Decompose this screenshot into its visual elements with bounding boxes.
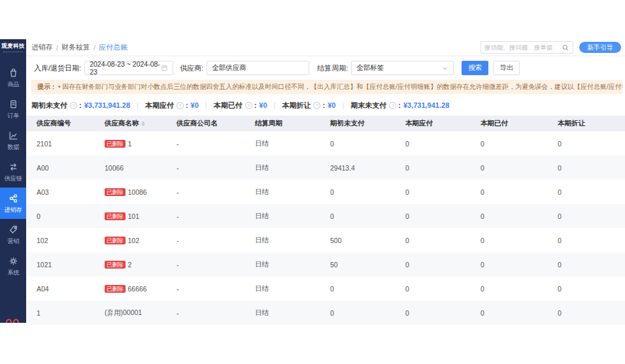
company-name: - xyxy=(177,309,179,317)
sidebar-item-gear[interactable]: 系统 xyxy=(0,250,26,282)
calendar-icon xyxy=(161,64,168,72)
supplier-name: 10086 xyxy=(128,188,147,196)
summary-stat: 本期应付?:¥0 xyxy=(145,101,199,110)
sidebar-item-supply-chain[interactable]: 供应链 xyxy=(0,156,26,188)
period-payable: 0 xyxy=(405,309,409,317)
sidebar-item-chart[interactable]: 数据 xyxy=(0,125,26,156)
period-select[interactable]: 全部标签 xyxy=(351,61,454,75)
sidebar-item-label: 营销 xyxy=(7,237,19,245)
supplier-code: 1021 xyxy=(37,261,52,269)
tag-icon xyxy=(8,224,19,235)
period-paid: 0 xyxy=(481,237,484,244)
payable-table: 供应商编号供应商名称供应商公司名结算周期期初未支付本期应付本期已付本期折让 21… xyxy=(26,116,625,325)
date-range-input[interactable]: 2024-08-23 ~ 2024-08-23 xyxy=(84,61,173,75)
summary-separator: | xyxy=(342,101,344,109)
opening-unpaid: 0 xyxy=(330,140,334,148)
bottom-badge-icon[interactable] xyxy=(6,319,19,323)
logo-subtext xyxy=(3,52,23,53)
sidebar: 观麦科技 商品订单数据供应链进销存营销系统 xyxy=(0,39,26,323)
period-paid: 0 xyxy=(481,285,484,293)
opening-unpaid: 0 xyxy=(330,309,334,317)
summary-separator: | xyxy=(137,101,139,109)
company-name: - xyxy=(177,140,179,148)
breadcrumb-item-inventory[interactable]: 进销存 xyxy=(31,42,53,52)
breadcrumb-separator: / xyxy=(56,44,58,52)
period-payable: 0 xyxy=(405,140,409,148)
column-header: 本期已付 xyxy=(481,119,558,128)
topbar-right: 新手引导 xyxy=(481,41,621,54)
supplier-name: 101 xyxy=(128,212,140,220)
deleted-badge: 已删除 xyxy=(105,237,126,244)
period-discount: 0 xyxy=(558,309,562,317)
app-logo: 观麦科技 xyxy=(1,42,25,50)
table-row: 2101已删除1-日结0000 xyxy=(26,131,625,156)
help-icon[interactable]: ? xyxy=(70,102,77,109)
period-discount: 0 xyxy=(558,188,562,196)
period-discount: 0 xyxy=(558,212,562,220)
supplier-value: 全部供应商 xyxy=(212,63,246,73)
summary-bar: 期初未支付?:¥3,731,941.28|本期应付?:¥0|本期已付?:¥0|本… xyxy=(26,99,625,112)
supplier-code: A03 xyxy=(37,188,49,196)
search-button[interactable]: 搜索 xyxy=(462,61,488,75)
sidebar-item-inventory[interactable]: 进销存 xyxy=(0,188,26,219)
supplier-name: (弃用)00001 xyxy=(105,308,142,316)
sidebar-item-order[interactable]: 订单 xyxy=(0,93,26,125)
stat-label: 本期折让 xyxy=(282,101,311,110)
sidebar-item-tag[interactable]: 营销 xyxy=(0,219,26,250)
sidebar-item-label: 商品 xyxy=(7,80,19,88)
settle-period: 日结 xyxy=(255,284,269,292)
hint-bar: 提示：• 因存在财务部门与业务部门对小数点后三位的数据四舍五入的标准以及时间口径… xyxy=(31,80,622,94)
period-payable: 0 xyxy=(405,164,409,172)
column-header: 本期折让 xyxy=(558,119,625,128)
table-header-row: 供应商编号供应商名称供应商公司名结算周期期初未支付本期应付本期已付本期折让 xyxy=(26,116,625,131)
table-row: 102已删除102-日结500000 xyxy=(26,228,625,252)
period-discount: 0 xyxy=(558,285,562,293)
stat-value: ¥0 xyxy=(328,101,335,109)
table-row: A03已删除10086-日结0000 xyxy=(26,180,625,204)
chevron-down-icon xyxy=(441,65,448,72)
supplier-code: A04 xyxy=(37,285,49,293)
settle-period: 日结 xyxy=(255,308,269,316)
column-header: 供应商名称 xyxy=(105,119,177,128)
company-name: - xyxy=(177,261,179,269)
help-icon[interactable]: ? xyxy=(245,102,252,109)
table-row: 1(弃用)00001-日结0000 xyxy=(26,301,625,325)
deleted-badge: 已删除 xyxy=(105,140,126,148)
app-window: 观麦科技 商品订单数据供应链进销存营销系统 进销存 / 财务核算 / 应付总账 xyxy=(0,39,625,323)
period-label: 结算周期: xyxy=(317,63,348,73)
stat-value: ¥3,731,941.28 xyxy=(403,101,449,109)
supply-chain-icon xyxy=(8,161,19,173)
global-search-box[interactable] xyxy=(481,41,573,54)
sidebar-item-bag[interactable]: 商品 xyxy=(0,62,26,93)
guide-button[interactable]: 新手引导 xyxy=(579,42,621,53)
settle-period: 日结 xyxy=(255,188,269,195)
period-paid: 0 xyxy=(481,309,484,317)
period-payable: 0 xyxy=(405,188,409,196)
supplier-input[interactable]: 全部供应商 xyxy=(207,61,309,75)
date-range-label: 入库/退货日期: xyxy=(34,63,81,73)
global-search-input[interactable] xyxy=(484,44,562,51)
opening-unpaid: 0 xyxy=(330,212,334,220)
topbar: 进销存 / 财务核算 / 应付总账 新手引导 xyxy=(26,39,625,56)
stat-value: ¥0 xyxy=(259,101,267,109)
breadcrumb-item-finance[interactable]: 财务核算 xyxy=(61,42,90,52)
help-icon[interactable]: ? xyxy=(313,102,320,109)
sidebar-item-label: 订单 xyxy=(7,112,19,120)
summary-stat: 期末未支付?:¥3,731,941.28 xyxy=(350,101,449,110)
supplier-code: 2101 xyxy=(37,140,52,148)
period-payable: 0 xyxy=(405,285,409,293)
period-discount: 0 xyxy=(558,164,562,172)
supplier-name: 102 xyxy=(128,237,140,244)
export-button[interactable]: 导出 xyxy=(493,61,520,75)
column-header: 期初未支付 xyxy=(330,119,405,128)
opening-unpaid: 500 xyxy=(330,237,342,244)
table-row: 1021已删除2-日结50000 xyxy=(26,252,625,276)
sort-icon[interactable] xyxy=(141,122,145,126)
search-icon[interactable] xyxy=(562,44,569,52)
company-name: - xyxy=(177,188,179,196)
deleted-badge: 已删除 xyxy=(105,285,126,293)
deleted-badge: 已删除 xyxy=(105,212,126,220)
help-icon[interactable]: ? xyxy=(389,102,396,109)
company-name: - xyxy=(177,285,179,293)
help-icon[interactable]: ? xyxy=(177,102,184,109)
